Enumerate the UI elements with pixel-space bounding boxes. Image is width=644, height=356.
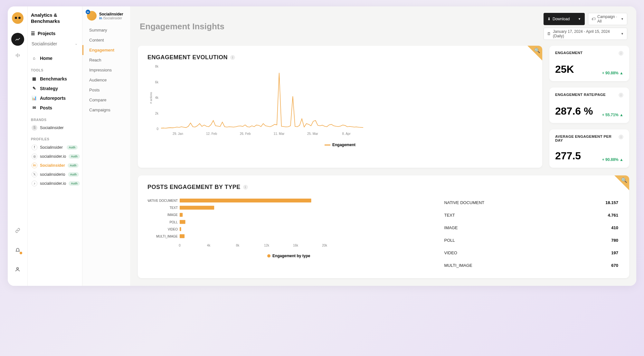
social-icon: ◎: [32, 154, 37, 159]
profile-item[interactable]: inSocialinsiderAuth: [31, 161, 78, 170]
svg-text:NATIVE DOCUMENT: NATIVE DOCUMENT: [147, 199, 178, 202]
profile-item[interactable]: 𝕏socialinsiderioAuth: [31, 170, 78, 179]
tools-section-label: TOOLS: [31, 68, 78, 72]
project-selector[interactable]: Socialinsider ⌄: [31, 39, 78, 48]
tag-icon: 🏷: [592, 17, 595, 21]
subnav-item-content[interactable]: Content: [82, 35, 130, 45]
type-name: IMAGE: [444, 225, 458, 230]
svg-text:POLL: POLL: [169, 220, 178, 224]
subnav-item-summary[interactable]: Summary: [82, 25, 130, 35]
svg-text:12k: 12k: [264, 244, 270, 247]
home-icon: ⌂: [32, 56, 37, 61]
nav-home[interactable]: ⌂Home: [31, 53, 78, 63]
app-shell: Analytics & Benchmarks ☰ Projects Social…: [8, 6, 636, 286]
info-icon[interactable]: i: [230, 55, 235, 60]
listening-rail-icon[interactable]: [11, 49, 24, 62]
legend-label: Engagement by type: [272, 254, 310, 258]
account-rail-icon[interactable]: [12, 263, 24, 275]
svg-text:# actions: # actions: [149, 92, 153, 104]
brand-avatar-icon: S: [32, 125, 37, 131]
posts-icon: ✉: [32, 105, 37, 110]
info-icon[interactable]: i: [243, 185, 248, 190]
primary-sidebar: Analytics & Benchmarks ☰ Projects Social…: [28, 6, 82, 286]
subnav-item-campaigns[interactable]: Campaigns: [82, 105, 130, 115]
svg-rect-16: [180, 206, 214, 210]
info-icon[interactable]: i: [619, 135, 623, 139]
subnav-item-reach[interactable]: Reach: [82, 55, 130, 65]
kpi-delta: + 90.88% ▲: [602, 157, 623, 162]
svg-text:2k: 2k: [155, 112, 159, 115]
card-corner: 🔍: [614, 175, 629, 190]
profile-item-name: Socialinsider: [40, 163, 65, 168]
project-selected-name: Socialinsider: [32, 41, 57, 46]
svg-text:8. Apr: 8. Apr: [342, 132, 351, 136]
profile-item-name: socialinsider.io: [40, 181, 66, 186]
nav-autoreports[interactable]: 📊Autoreports: [31, 93, 78, 103]
brand-item[interactable]: S Socialinsider: [31, 124, 78, 132]
header-controls: ⬇Download ▼ 🏷Campaign · All ▼ 🗓January 1…: [544, 13, 627, 40]
posts-by-type-card: 🔍 POSTS ENGAGEMENT BY TYPE i NATIVE DOCU…: [138, 175, 629, 278]
legend-dot: [267, 254, 270, 258]
svg-text:VIDEO: VIDEO: [168, 228, 178, 231]
social-icon: ♪: [32, 181, 37, 186]
svg-text:25. Mar: 25. Mar: [307, 132, 318, 136]
subnav-item-compare[interactable]: Compare: [82, 95, 130, 105]
chevron-down-icon: ▼: [621, 32, 624, 35]
notifications-rail-icon[interactable]: [12, 244, 24, 256]
info-icon[interactable]: i: [619, 51, 623, 56]
svg-text:20k: 20k: [322, 244, 327, 247]
page-title: Engagement Insights: [140, 22, 224, 32]
magnify-icon[interactable]: 🔍: [534, 48, 540, 53]
profile-item-name: Socialinsider: [40, 145, 63, 150]
type-row: TEXT4.761: [443, 209, 620, 221]
subnav-item-engagement[interactable]: Engagement: [82, 45, 130, 55]
icon-rail: [8, 6, 28, 286]
svg-text:6k: 6k: [155, 80, 159, 84]
link-rail-icon[interactable]: [12, 225, 24, 236]
profile-item[interactable]: fSocialinsiderAuth: [31, 143, 78, 152]
type-value: 18.157: [605, 200, 618, 205]
profile-handle: in /Socialinsider: [99, 16, 123, 20]
svg-text:IMAGE: IMAGE: [167, 213, 178, 217]
auth-badge: Auth: [69, 181, 80, 186]
svg-rect-14: [180, 199, 311, 202]
profile-item[interactable]: ◎socialinsider.ioAuth: [31, 152, 78, 161]
analytics-rail-icon[interactable]: [11, 33, 24, 46]
projects-icon: ☰: [31, 31, 35, 36]
profile-avatar-icon: in: [87, 11, 97, 21]
bar-chart: NATIVE DOCUMENTTEXTIMAGEPOLLVIDEOMULTI_I…: [147, 195, 430, 272]
projects-label: Projects: [38, 31, 55, 36]
chevron-down-icon: ⌄: [75, 42, 78, 46]
strategy-icon: ✎: [32, 86, 37, 91]
type-row: MULTI_IMAGE670: [443, 259, 620, 272]
engagement-evolution-card: 🔍 ENGAGEMENT EVOLUTION i 02k4k6k8k# acti…: [138, 46, 542, 168]
nav-strategy[interactable]: ✎Strategy: [31, 84, 78, 93]
svg-text:4k: 4k: [155, 96, 159, 99]
auth-badge: Auth: [68, 172, 79, 177]
linkedin-badge-icon: in: [86, 10, 90, 14]
nav-benchmarks[interactable]: ▦Benchmarks: [31, 74, 78, 84]
subnav-item-audience[interactable]: Audience: [82, 75, 130, 85]
nav-posts-label: Posts: [40, 105, 52, 110]
kpi-engagement-rate: ENGAGEMENT RATE/PAGEi 287.6 %+ 55.71% ▲: [549, 88, 629, 123]
nav-posts[interactable]: ✉Posts: [31, 103, 78, 113]
kpi-delta: + 55.71% ▲: [602, 113, 623, 117]
svg-rect-18: [180, 213, 183, 217]
svg-text:TEXT: TEXT: [169, 206, 178, 210]
daterange-picker[interactable]: 🗓January 17, 2024 - April 15, 2024 (Dail…: [544, 28, 627, 40]
subnav-item-impressions[interactable]: Impressions: [82, 65, 130, 75]
app-title: Analytics & Benchmarks: [31, 12, 78, 24]
subnav-item-posts[interactable]: Posts: [82, 85, 130, 95]
secondary-sidebar: in Socialinsider in /Socialinsider Summa…: [82, 6, 131, 286]
download-button[interactable]: ⬇Download ▼: [544, 13, 585, 25]
type-value: 670: [611, 263, 618, 268]
info-icon[interactable]: i: [619, 93, 623, 98]
profile-item[interactable]: ♪socialinsider.ioAuth: [31, 179, 78, 188]
profiles-list: fSocialinsiderAuth◎socialinsider.ioAuthi…: [31, 143, 78, 188]
campaign-filter[interactable]: 🏷Campaign · All ▼: [588, 13, 627, 25]
nav-benchmarks-label: Benchmarks: [40, 76, 67, 81]
type-name: TEXT: [444, 213, 455, 218]
kpi-label: AVERAGE ENGAGEMENT PER DAY: [555, 135, 619, 142]
magnify-icon[interactable]: 🔍: [621, 177, 627, 183]
svg-rect-24: [180, 234, 185, 238]
